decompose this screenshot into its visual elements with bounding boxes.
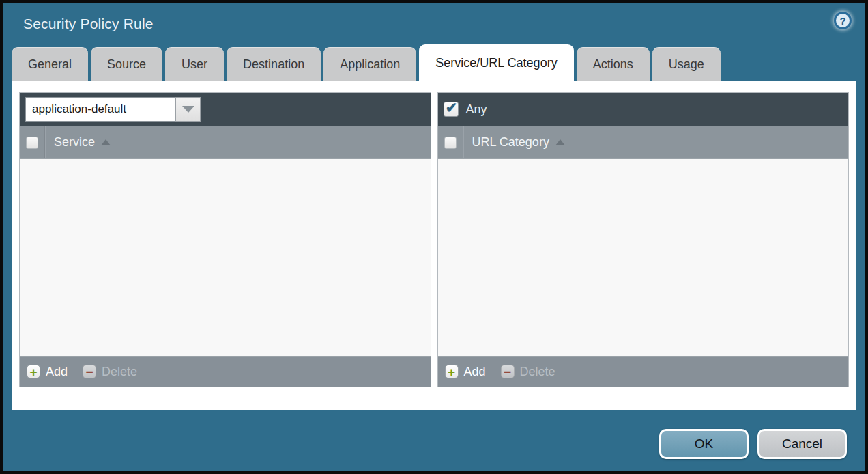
any-label: Any (466, 102, 487, 117)
service-list (20, 159, 431, 356)
service-column-header: Service (20, 126, 431, 159)
delete-url-category-button[interactable]: − Delete (501, 365, 555, 379)
plus-icon: + (445, 365, 459, 378)
delete-service-button[interactable]: − Delete (83, 365, 137, 379)
service-panel: application-default Service + (19, 92, 431, 387)
url-category-column-header: URL Category (438, 126, 849, 159)
delete-service-label: Delete (102, 365, 137, 379)
url-category-list (438, 159, 849, 356)
url-category-panel-toolbar: ✔ Any (438, 93, 849, 126)
cancel-button[interactable]: Cancel (757, 429, 847, 459)
select-all-services-checkbox[interactable] (26, 137, 38, 149)
add-url-category-button[interactable]: + Add (445, 365, 486, 379)
panels-row: application-default Service + (19, 92, 849, 387)
url-category-panel-footer: + Add − Delete (438, 356, 849, 387)
tab-actions[interactable]: Actions (577, 47, 650, 81)
plus-icon: + (27, 365, 40, 378)
dialog-titlebar: Security Policy Rule ? (3, 3, 865, 44)
any-url-category-checkbox[interactable]: ✔ (444, 102, 459, 117)
column-divider (45, 126, 46, 158)
tab-service-url-category[interactable]: Service/URL Category (419, 44, 573, 81)
add-service-label: Add (46, 365, 68, 379)
service-type-dropdown[interactable]: application-default (25, 97, 201, 122)
question-mark-glyph: ? (839, 16, 845, 26)
tab-usage[interactable]: Usage (652, 47, 721, 81)
help-icon[interactable]: ? (834, 12, 852, 29)
chevron-down-icon (182, 106, 194, 113)
sort-ascending-icon[interactable] (101, 139, 111, 145)
tab-application[interactable]: Application (323, 47, 416, 81)
delete-url-category-label: Delete (520, 365, 555, 379)
add-service-button[interactable]: + Add (27, 365, 68, 379)
ok-button[interactable]: OK (659, 429, 749, 459)
service-panel-footer: + Add − Delete (20, 356, 431, 387)
tab-destination[interactable]: Destination (227, 47, 321, 81)
service-panel-toolbar: application-default (20, 93, 431, 126)
minus-icon: − (83, 365, 96, 378)
service-type-dropdown-value[interactable]: application-default (25, 97, 175, 122)
security-policy-rule-dialog: Security Policy Rule ? General Source Us… (0, 0, 868, 474)
minus-icon: − (501, 365, 515, 378)
dropdown-arrow-button[interactable] (175, 97, 201, 122)
tab-user[interactable]: User (165, 47, 224, 81)
select-all-url-categories-checkbox[interactable] (444, 137, 457, 149)
column-divider (463, 126, 464, 158)
tab-bar: General Source User Destination Applicat… (3, 44, 865, 81)
sort-ascending-icon[interactable] (555, 139, 565, 145)
dialog-title: Security Policy Rule (23, 16, 154, 32)
checkmark-icon: ✔ (446, 100, 458, 115)
tab-content: application-default Service + (12, 81, 856, 410)
add-url-category-label: Add (464, 365, 486, 379)
url-category-panel: ✔ Any URL Category + Add (437, 92, 850, 387)
dialog-footer: OK Cancel (3, 429, 865, 459)
tab-source[interactable]: Source (91, 47, 162, 81)
service-column-label[interactable]: Service (54, 135, 95, 150)
url-category-column-label[interactable]: URL Category (472, 135, 549, 150)
tab-general[interactable]: General (12, 47, 88, 81)
